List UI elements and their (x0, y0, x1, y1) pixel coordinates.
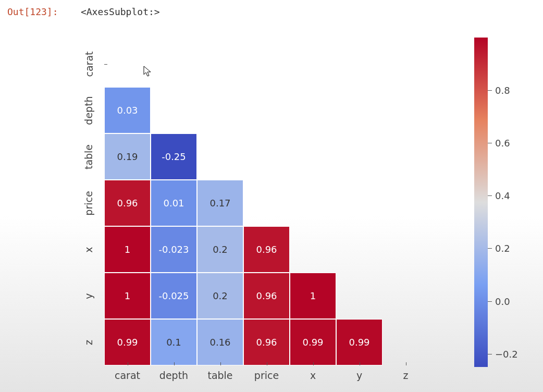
out-text: <AxesSubplot:> (81, 6, 160, 17)
heatmap-cell (243, 133, 290, 180)
y-axis-labels: carat depth table price x y z (73, 41, 104, 365)
heatmap-cell: -0.025 (151, 273, 197, 319)
x-tick-price: price (243, 365, 290, 381)
notebook-output-line: Out[123]: <AxesSubplot:> (7, 6, 160, 17)
heatmap-cell: 0.99 (336, 319, 382, 365)
heatmap-cell (382, 41, 429, 87)
heatmap-cell (290, 87, 336, 133)
colorbar-tick: 0.2 (488, 243, 519, 254)
heatmap-cell (290, 226, 336, 273)
heatmap-cell: 0.96 (243, 319, 290, 365)
heatmap-cell: 1 (104, 273, 151, 319)
colorbar: −0.20.00.20.40.60.8 (474, 38, 488, 367)
heatmap-cell (243, 180, 290, 226)
heatmap-row: 1-0.0250.20.961 (104, 273, 429, 319)
heatmap-cell: 0.96 (243, 226, 290, 273)
y-tick-price: price (73, 180, 104, 226)
heatmap-cell (382, 273, 429, 319)
heatmap-cell: 0.19 (104, 133, 151, 180)
colorbar-tick: −0.2 (488, 349, 519, 360)
heatmap-row: 0.03 (104, 87, 429, 133)
x-tick-x: x (290, 365, 336, 381)
heatmap-cell (336, 133, 382, 180)
colorbar-tick: 0.4 (488, 190, 519, 201)
heatmap-cell: 0.96 (104, 180, 151, 226)
heatmap-cell (243, 87, 290, 133)
heatmap-cell (104, 41, 151, 87)
heatmap-cell (382, 87, 429, 133)
heatmap-cell: 0.1 (151, 319, 197, 365)
heatmap-cell (197, 41, 243, 87)
x-tick-carat: carat (104, 365, 151, 381)
heatmap-cell: 0.99 (290, 319, 336, 365)
heatmap-cell (290, 133, 336, 180)
heatmap-cell: 0.16 (197, 319, 243, 365)
heatmap-cell (197, 87, 243, 133)
heatmap-cell: 0.2 (197, 273, 243, 319)
colorbar-ticks: −0.20.00.20.40.60.8 (474, 38, 526, 367)
x-axis-labels: carat depth table price x y z (104, 365, 429, 386)
heatmap-row (104, 41, 429, 87)
heatmap-row: 0.990.10.160.960.990.99 (104, 319, 429, 365)
x-tick-depth: depth (151, 365, 197, 381)
heatmap-cell (290, 180, 336, 226)
colorbar-tick: 0.8 (488, 85, 519, 96)
heatmap-row: 0.960.010.17 (104, 180, 429, 226)
heatmap-cell: 0.2 (197, 226, 243, 273)
heatmap-cell: 1 (290, 273, 336, 319)
colorbar-tick: 0.0 (488, 296, 519, 307)
y-tick-table: table (73, 133, 104, 180)
heatmap-cell (151, 41, 197, 87)
x-tick-y: y (336, 365, 382, 381)
heatmap-cell: 0.01 (151, 180, 197, 226)
x-tick-table: table (197, 365, 243, 381)
out-prompt: Out[123]: (7, 6, 58, 17)
heatmap-cell: 0.03 (104, 87, 151, 133)
heatmap-grid: 0.030.19-0.250.960.010.171-0.0230.20.961… (104, 41, 429, 365)
heatmap-row: 0.19-0.25 (104, 133, 429, 180)
heatmap-cell: 0.17 (197, 180, 243, 226)
heatmap-cell: -0.023 (151, 226, 197, 273)
heatmap-cell (382, 133, 429, 180)
heatmap-cell (382, 319, 429, 365)
heatmap-cell (336, 273, 382, 319)
heatmap-cell (197, 133, 243, 180)
y-tick-x: x (73, 226, 104, 273)
heatmap-cell (243, 41, 290, 87)
heatmap-chart: carat depth table price x y z 0.030.19-0… (73, 41, 526, 374)
heatmap-cell (382, 226, 429, 273)
colorbar-tick: 0.6 (488, 138, 519, 149)
heatmap-row: 1-0.0230.20.96 (104, 226, 429, 273)
heatmap-cell (336, 180, 382, 226)
heatmap-cell (151, 87, 197, 133)
heatmap-cell (336, 226, 382, 273)
heatmap-cell: -0.25 (151, 133, 197, 180)
heatmap-cell: 0.96 (243, 273, 290, 319)
heatmap-cell (336, 87, 382, 133)
y-tick-z: z (73, 319, 104, 365)
x-tick-z: z (382, 365, 429, 381)
y-tick-depth: depth (73, 87, 104, 133)
heatmap-cell: 0.99 (104, 319, 151, 365)
heatmap-cell (290, 41, 336, 87)
heatmap-cell (382, 180, 429, 226)
y-tick-carat: carat (73, 41, 104, 87)
heatmap-cell (336, 41, 382, 87)
heatmap-cell: 1 (104, 226, 151, 273)
y-tick-y: y (73, 273, 104, 319)
